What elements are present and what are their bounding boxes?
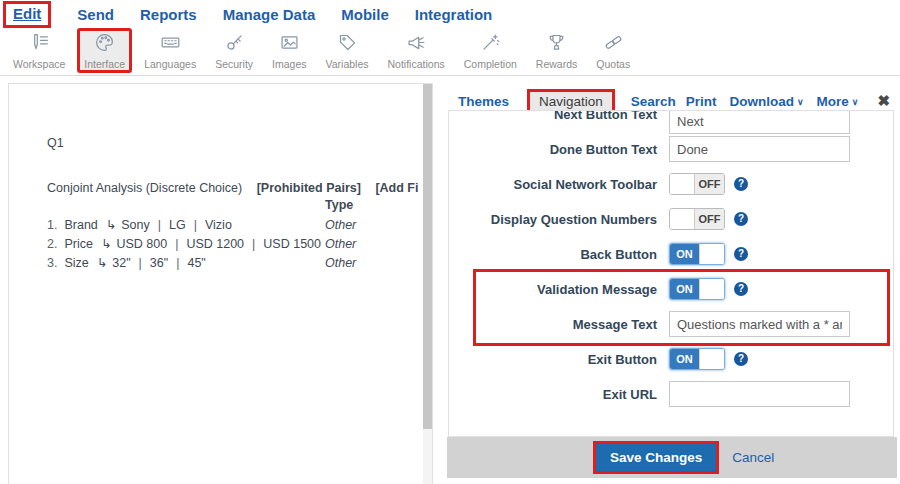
validation-message-toggle[interactable]: ON: [669, 278, 725, 300]
question-type-name: Conjoint Analysis (Discrete Choice): [47, 181, 242, 195]
field-label: Display Question Numbers: [449, 212, 657, 227]
toolbar-item-label: Variables: [326, 58, 369, 70]
nav-tab-manage-data[interactable]: Manage Data: [223, 6, 316, 23]
interface-palette-icon: [94, 32, 115, 57]
nav-tab-integration[interactable]: Integration: [415, 6, 493, 23]
help-icon[interactable]: ?: [734, 282, 748, 296]
form-row-social-network-toolbar: Social Network Toolbar OFF ?: [449, 170, 893, 198]
toolbar-item-interface[interactable]: Interface: [77, 28, 132, 73]
form-row-back-button: Back Button ON ?: [449, 240, 893, 268]
completion-wand-icon: [480, 32, 501, 57]
attribute-option: USD 1500: [244, 237, 321, 251]
toggle-state-label: OFF: [695, 209, 724, 229]
help-icon[interactable]: ?: [734, 212, 748, 226]
form-row-exit-url: Exit URL: [449, 380, 893, 408]
toolbar-item-variables[interactable]: Variables: [319, 28, 376, 73]
toolbar-item-languages[interactable]: Languages: [137, 28, 203, 73]
toolbar-item-label: Notifications: [388, 58, 445, 70]
scrollbar-thumb[interactable]: [423, 84, 432, 429]
toolbar-item-label: Rewards: [536, 58, 577, 70]
toolbar-item-completion[interactable]: Completion: [457, 28, 524, 73]
attribute-row: 3. Size ↳ 32" 36" 45" Other: [47, 253, 418, 272]
toolbar-item-workspace[interactable]: Workspace: [6, 28, 72, 73]
help-icon[interactable]: ?: [734, 177, 748, 191]
exit-button-toggle[interactable]: ON: [669, 348, 725, 370]
attribute-rows: 1. Brand ↳ Sony LG Vizio Other 2. Price …: [47, 215, 418, 272]
more-link[interactable]: More∨: [817, 94, 859, 109]
toolbar-item-label: Workspace: [13, 58, 65, 70]
attribute-option: Sony: [121, 218, 150, 232]
rewards-trophy-icon: [546, 32, 567, 57]
annotation-box-save-changes: Save Changes: [593, 441, 719, 474]
attribute-name: Price: [64, 237, 92, 251]
tab-themes[interactable]: Themes: [458, 94, 509, 109]
field-label: Exit URL: [449, 387, 657, 402]
images-icon: [279, 32, 300, 57]
field-label: Done Button Text: [449, 142, 657, 157]
row-number: 2.: [47, 237, 57, 251]
left-panel-scrollbar[interactable]: [423, 84, 432, 484]
toolbar-item-security[interactable]: Security: [208, 28, 260, 73]
nav-tab-reports[interactable]: Reports: [140, 6, 197, 23]
nav-tab-edit[interactable]: Edit: [13, 5, 41, 22]
display-question-numbers-toggle[interactable]: OFF: [669, 208, 725, 230]
toolbar-item-notifications[interactable]: Notifications: [381, 28, 452, 73]
message-text-input[interactable]: [669, 311, 850, 337]
done-button-text-input[interactable]: [669, 136, 850, 162]
attribute-type: Other: [325, 218, 356, 232]
arrow-icon: ↳: [106, 217, 116, 232]
print-link[interactable]: Print: [686, 94, 717, 109]
languages-keyboard-icon: [160, 32, 181, 57]
variables-tag-icon: [337, 32, 358, 57]
add-fixed-tasks-link[interactable]: [Add Fixed Tasks: [375, 181, 418, 195]
prohibited-pairs-link[interactable]: [Prohibited Pairs]: [257, 181, 361, 195]
toolbar-item-quotas[interactable]: Quotas: [589, 28, 637, 73]
next-button-text-input[interactable]: [669, 110, 850, 134]
attribute-option: LG: [150, 218, 186, 232]
download-link[interactable]: Download∨: [729, 94, 803, 109]
toggle-state-label: ON: [670, 279, 699, 299]
form-row-message-text: Message Text: [449, 310, 893, 338]
app-window: Edit Send Reports Manage Data Mobile Int…: [0, 0, 900, 484]
type-column-header: Type: [325, 198, 353, 212]
nav-tab-mobile[interactable]: Mobile: [341, 6, 389, 23]
toggle-knob: [670, 209, 695, 229]
survey-preview-content: Q1 Conjoint Analysis (Discrete Choice) […: [47, 84, 418, 484]
nav-tab-send[interactable]: Send: [77, 6, 114, 23]
arrow-icon: ↳: [97, 255, 107, 270]
field-label: Back Button: [449, 247, 657, 262]
cancel-link[interactable]: Cancel: [732, 450, 774, 465]
back-button-toggle[interactable]: ON: [669, 243, 725, 265]
survey-preview-panel: Q1 Conjoint Analysis (Discrete Choice) […: [8, 83, 433, 484]
social-network-toolbar-toggle[interactable]: OFF: [669, 173, 725, 195]
attribute-option: Vizio: [186, 218, 232, 232]
question-title-line: Conjoint Analysis (Discrete Choice) [Pro…: [47, 181, 418, 195]
attribute-option: 36": [131, 256, 169, 270]
help-icon[interactable]: ?: [734, 352, 748, 366]
tab-navigation[interactable]: Navigation: [539, 94, 603, 109]
edit-toolbar: Workspace Interface Languages Security I…: [0, 28, 900, 76]
attribute-row: 2. Price ↳ USD 800 USD 1200 USD 1500 Oth…: [47, 234, 418, 253]
toggle-state-label: OFF: [695, 174, 724, 194]
toolbar-item-rewards[interactable]: Rewards: [529, 28, 584, 73]
form-row-display-question-numbers: Display Question Numbers OFF ?: [449, 205, 893, 233]
field-label: Next Button Text: [449, 110, 657, 122]
security-key-icon: [224, 32, 245, 57]
close-icon[interactable]: ✖: [877, 92, 890, 110]
toolbar-item-label: Security: [215, 58, 253, 70]
attribute-option: USD 800: [116, 237, 167, 251]
toggle-knob: [699, 349, 724, 369]
exit-url-input[interactable]: [669, 381, 850, 407]
help-icon[interactable]: ?: [734, 247, 748, 261]
save-changes-button[interactable]: Save Changes: [596, 444, 716, 471]
arrow-icon: ↳: [101, 236, 111, 251]
chevron-down-icon: ∨: [797, 97, 804, 107]
panel-actions: Print Download∨ More∨ ✖: [686, 92, 897, 110]
toolbar-item-images[interactable]: Images: [265, 28, 313, 73]
settings-panel: Themes Navigation Search Print Download∨…: [448, 88, 897, 484]
attribute-option: 45": [168, 256, 206, 270]
toolbar-item-label: Interface: [84, 58, 125, 70]
attribute-name: Brand: [64, 218, 97, 232]
navigation-settings-form: Next Button Text Done Button Text Social…: [448, 110, 894, 437]
tab-search[interactable]: Search: [631, 94, 676, 109]
